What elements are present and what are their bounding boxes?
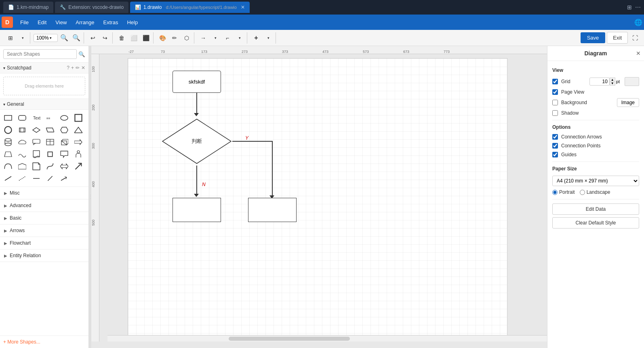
shape-note[interactable]: ≡≡ [44,112,56,124]
grid-checkbox[interactable] [552,79,558,84]
shape-small-square[interactable] [44,149,56,160]
add-icon[interactable]: + [71,65,74,71]
close-icon[interactable]: ✕ [81,65,85,71]
help-icon[interactable]: ? [67,65,69,71]
connector-dropdown[interactable]: ▾ [210,32,221,44]
shape-hexagon[interactable] [59,124,70,136]
shape-pentagonal[interactable] [17,161,28,172]
grid-size-input[interactable] [589,78,610,86]
shadow-checkbox[interactable] [552,110,558,116]
shape-cloud[interactable] [17,136,28,148]
redo-button[interactable]: ↪ [99,32,111,44]
advanced-section-header[interactable]: ▶ Advanced [0,199,88,212]
shape-arrow-both[interactable] [59,161,70,172]
shape-rounded-rect[interactable] [17,112,28,124]
globe-button[interactable]: 🌐 [634,19,642,26]
search-button[interactable]: 🔍 [78,51,85,57]
shape-folded-corner[interactable] [31,161,42,172]
save-button[interactable]: Save [581,32,606,43]
shape-ellipse[interactable] [59,112,70,124]
scratchpad-header[interactable]: ▾ Scratchpad ? + ✏ ✕ [0,63,88,73]
shape-rectangle[interactable] [2,112,14,124]
connection-arrows-checkbox[interactable] [552,134,558,140]
zoom-in-button[interactable]: 🔍 [71,32,82,44]
edit-icon[interactable]: ✏ [76,65,80,71]
shape-callout[interactable] [31,136,42,148]
shape-cube[interactable] [59,136,70,148]
waypoint-dropdown[interactable]: ▾ [234,32,245,44]
shape-diamond[interactable] [31,124,42,136]
entity-section-header[interactable]: ▶ Entity Relation [0,249,88,262]
delete-button[interactable]: 🗑 [116,32,127,44]
diagram-box-bottom-right[interactable] [248,198,297,222]
zoom-out-button[interactable]: 🔍 [59,32,70,44]
fill-color-button[interactable]: 🎨 [157,32,168,44]
guides-checkbox[interactable] [552,152,558,157]
shape-arrow-up-right[interactable] [73,161,84,172]
landscape-radio[interactable] [580,190,585,195]
shape-arrow-line[interactable] [59,173,70,184]
shape-trapezoid[interactable] [2,149,14,160]
portrait-radio[interactable] [552,190,558,195]
close-tab-icon[interactable]: ✕ [241,4,245,10]
shape-parallelogram[interactable] [44,124,56,136]
shape-horizontal-line[interactable] [31,173,42,184]
connection-points-checkbox[interactable] [552,143,558,149]
panel-toggle-button[interactable]: ⊞ [5,32,16,44]
shape-circle[interactable] [2,124,14,136]
shape-diagonal-line[interactable] [2,173,14,184]
panel-dropdown-button[interactable]: ▾ [17,32,28,44]
menu-edit[interactable]: Edit [34,18,51,27]
grid-spin-up[interactable]: ▲ [610,78,615,82]
menu-arrange[interactable]: Arrange [72,18,98,27]
shape-arrow-right[interactable] [73,136,84,148]
tab-extension[interactable]: 🔧 Extension: vscode-drawio [55,2,128,13]
shape-text[interactable]: Text [31,112,42,124]
tab-mindmap[interactable]: 📄 1.km-mindmap [3,2,53,13]
diagram-diamond[interactable]: 判断 [160,117,233,166]
grid-color-box[interactable] [625,77,639,86]
basic-section-header[interactable]: ▶ Basic [0,212,88,224]
more-options-button[interactable]: ⋯ [635,4,641,10]
page-view-checkbox[interactable] [552,89,558,95]
arrows-section-header[interactable]: ▶ Arrows [0,224,88,237]
grid-spin-down[interactable]: ▼ [610,82,615,86]
shadow-button[interactable]: ⬡ [181,32,192,44]
split-window-button[interactable]: ⊞ [627,4,632,10]
background-checkbox[interactable] [552,100,558,105]
shape-s-curve[interactable] [44,161,56,172]
line-color-button[interactable]: ✏ [169,32,180,44]
clear-default-style-button[interactable]: Clear Default Style [552,217,639,229]
more-shapes-button[interactable]: + More Shapes... [3,339,40,345]
edit-data-button[interactable]: Edit Data [552,203,639,215]
shape-person[interactable] [73,149,84,160]
menu-extras[interactable]: Extras [99,18,122,27]
background-image-button[interactable]: Image [617,98,639,107]
shape-half-circle[interactable] [2,161,14,172]
insert-button[interactable]: + [250,32,262,44]
paper-size-select[interactable]: A4 (210 mm × 297 mm) A3 (297 mm × 420 mm… [552,176,639,186]
canvas-content[interactable]: skfskdf 判断 Y [99,54,547,342]
shape-process[interactable] [17,124,28,136]
tab-drawio[interactable]: 📊 1.drawio d:/Users/angular/typescript/1… [130,2,250,13]
flowchart-section-header[interactable]: ▶ Flowchart [0,237,88,249]
shape-square[interactable] [73,112,84,124]
shape-dotted-line[interactable] [17,173,28,184]
shape-document[interactable] [31,149,42,160]
diagram-box-top[interactable]: skfskdf [173,71,221,93]
fullscreen-button[interactable]: ⛶ [629,32,641,44]
scrollbar-thumb[interactable] [229,337,350,341]
menu-file[interactable]: File [16,18,33,27]
insert-dropdown[interactable]: ▾ [263,32,274,44]
shape-cylinder[interactable] [2,136,14,148]
to-back-button[interactable]: ⬛ [140,32,152,44]
shape-wave[interactable] [17,149,28,160]
undo-button[interactable]: ↩ [87,32,99,44]
exit-button[interactable]: Exit [607,32,628,44]
connector-button[interactable]: → [198,32,209,44]
to-front-button[interactable]: ⬜ [128,32,139,44]
general-section-header[interactable]: ▾ General [0,99,88,110]
shape-speech-bubble[interactable] [59,149,70,160]
shape-line-45[interactable] [44,173,56,184]
search-input[interactable] [3,49,77,59]
